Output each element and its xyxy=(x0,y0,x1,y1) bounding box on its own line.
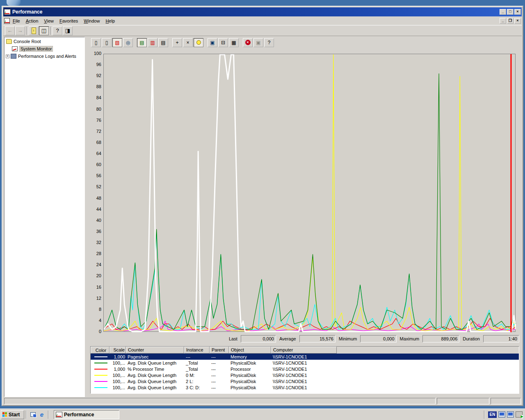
color-line xyxy=(94,375,107,376)
properties-icon[interactable]: ▦ xyxy=(229,38,239,47)
status-bar xyxy=(3,397,522,405)
mdi-minimize-button[interactable]: _ xyxy=(500,18,506,24)
value-bar: Last 0,000 Average 15,576 Minimum 0,000 … xyxy=(229,335,519,343)
performance-logs-icon xyxy=(11,54,16,59)
toolbar-separator xyxy=(50,27,51,35)
view-current-activity-icon[interactable]: ▧ xyxy=(112,38,122,47)
legend-row--processor-time[interactable]: 1,000% Processor Time_Total---Processor\… xyxy=(91,366,519,372)
legend-column-parent[interactable]: Parent xyxy=(210,347,229,354)
view-graph-icon[interactable]: ▤ xyxy=(137,38,147,47)
duration-value: 1:40 xyxy=(483,335,519,342)
chart-plot-area xyxy=(103,54,516,332)
view-report-icon[interactable]: ▤ xyxy=(158,38,168,47)
y-tick-0: 0 xyxy=(89,329,101,334)
console-body: Console Root System Monitor + Performanc… xyxy=(3,36,522,397)
taskbar-button-performance[interactable]: Performance xyxy=(54,410,119,419)
console-toolbar: ←→↑◫?◨ xyxy=(3,25,522,36)
tree-item-performance-logs[interactable]: + Performance Logs and Alerts xyxy=(5,53,84,59)
tree-item-label: Performance Logs and Alerts xyxy=(18,54,76,59)
show-desktop-icon[interactable] xyxy=(29,411,37,419)
legend-cell: \\SRV-1CNODE1 xyxy=(271,361,337,365)
legend-cell: Processor xyxy=(229,367,271,372)
menu-help[interactable]: Help xyxy=(103,17,118,25)
freeze-display-icon[interactable]: × xyxy=(243,38,253,47)
panel-splitter[interactable] xyxy=(85,37,89,397)
up-one-level-icon[interactable]: ↑ xyxy=(29,26,39,35)
legend-cell: 1,000 xyxy=(110,367,126,372)
view-histogram-icon[interactable]: ▥ xyxy=(148,38,158,47)
y-tick-72: 72 xyxy=(89,129,101,134)
toolbar-separator xyxy=(27,27,27,35)
start-button[interactable]: Start xyxy=(1,410,24,419)
mdi-restore-button[interactable]: ❐ xyxy=(507,18,514,24)
delete-counter-icon[interactable]: × xyxy=(183,38,193,47)
legend-column-computer[interactable]: Computer xyxy=(271,347,337,354)
internet-explorer-icon[interactable]: e xyxy=(38,411,46,419)
clear-display-icon[interactable]: ▯ xyxy=(102,38,112,47)
y-tick-80: 80 xyxy=(89,107,101,112)
legend-column-object[interactable]: Object xyxy=(229,347,271,354)
new-counter-set-icon[interactable]: ▯ xyxy=(91,38,101,47)
y-tick-48: 48 xyxy=(89,196,101,201)
legend-cell: --- xyxy=(210,373,229,378)
legend-cell: 100,... xyxy=(110,373,126,378)
show-action-pane-icon[interactable]: ◨ xyxy=(63,26,73,35)
legend-cell: _Total xyxy=(184,367,210,372)
language-indicator[interactable]: EN xyxy=(488,411,497,418)
legend-row-avg-disk-queue-length[interactable]: 100,...Avg. Disk Queue Length0 M:---Phys… xyxy=(91,372,519,378)
menu-window[interactable]: Window xyxy=(81,17,103,25)
help-icon[interactable]: ? xyxy=(52,26,62,35)
y-tick-64: 64 xyxy=(89,151,101,156)
window-title: Performance xyxy=(12,9,499,15)
view-log-data-icon[interactable]: ◎ xyxy=(123,38,133,47)
start-label: Start xyxy=(9,412,20,418)
mdi-close-button[interactable]: × xyxy=(514,18,521,24)
maximize-button[interactable]: □ xyxy=(507,9,514,15)
legend-row-pages-sec[interactable]: 1,000Pages/sec------Memory\\SRV-1CNODE1 xyxy=(91,354,519,360)
legend-row-avg-disk-queue-length[interactable]: 100,...Avg. Disk Queue Length_Total---Ph… xyxy=(91,360,519,366)
average-value: 15,576 xyxy=(299,335,336,342)
legend-column-counter[interactable]: Counter xyxy=(126,347,184,354)
highlight-icon[interactable] xyxy=(194,38,203,47)
legend-cell: 2 L: xyxy=(184,379,210,384)
legend-row-avg-disk-queue-length[interactable]: 100,...Avg. Disk Queue Length2 L:---Phys… xyxy=(91,378,519,384)
menu-items: FileActionViewFavoritesWindowHelp xyxy=(10,17,118,25)
legend-column-instance[interactable]: Instance xyxy=(184,347,210,354)
legend-cell: Avg. Disk Queue Length xyxy=(126,373,184,378)
legend-cell: _Total xyxy=(184,361,210,365)
help-icon[interactable]: ? xyxy=(264,38,274,47)
menu-action[interactable]: Action xyxy=(23,17,41,25)
tree-item-console-root[interactable]: Console Root xyxy=(5,38,84,45)
menu-favorites[interactable]: Favorites xyxy=(57,17,81,25)
add-counter-icon[interactable]: + xyxy=(172,38,182,47)
copy-properties-icon[interactable]: ▣ xyxy=(208,38,217,47)
status-pane-2 xyxy=(437,398,489,404)
y-tick-60: 60 xyxy=(89,162,101,167)
y-tick-96: 96 xyxy=(89,62,101,67)
legend-row-avg-disk-queue-length[interactable]: 100,...Avg. Disk Queue Length3 C: D:---P… xyxy=(91,384,519,390)
title-bar[interactable]: Performance _ □ × xyxy=(3,7,522,16)
system-monitor-panel: ▯▯▧◎▤▥▤+×▣⊟▦×▣? 100969288848076726864605… xyxy=(89,36,523,397)
close-button[interactable]: × xyxy=(514,9,521,15)
taskbar: Start e Performance EN xyxy=(0,409,525,420)
legend-column-color[interactable]: Color xyxy=(91,347,110,354)
color-line xyxy=(94,387,107,388)
console-tree-panel: Console Root System Monitor + Performanc… xyxy=(4,37,85,397)
legend-header-row: ColorScaleCounterInstanceParentObjectCom… xyxy=(91,347,519,354)
minimize-button[interactable]: _ xyxy=(500,9,506,15)
server-service-icon[interactable] xyxy=(516,411,523,418)
menu-file[interactable]: File xyxy=(10,17,23,25)
desktop: Performance _ □ × FileActionViewFavorite… xyxy=(0,0,525,420)
desktop-wallpaper-logo xyxy=(7,0,21,6)
show-hide-console-tree-icon[interactable]: ◫ xyxy=(39,26,49,35)
legend-cell: --- xyxy=(210,385,229,390)
menu-view[interactable]: View xyxy=(41,17,57,25)
paste-counter-list-icon[interactable]: ⊟ xyxy=(218,38,228,47)
expand-icon[interactable]: + xyxy=(6,55,9,58)
legend-column-scale[interactable]: Scale xyxy=(110,347,126,354)
network-connection-icon[interactable] xyxy=(498,411,505,418)
tray-separator xyxy=(484,411,485,419)
tree-item-system-monitor[interactable]: System Monitor xyxy=(5,46,84,52)
y-tick-16: 16 xyxy=(89,285,101,290)
network-connection-icon-2[interactable] xyxy=(507,411,514,418)
